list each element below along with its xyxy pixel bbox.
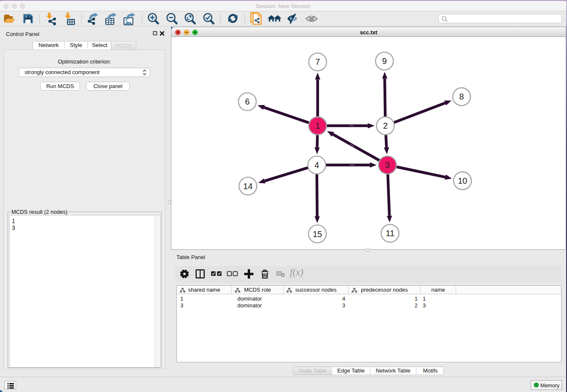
svg-text:1: 1 <box>315 121 320 130</box>
svg-text:3: 3 <box>385 160 390 170</box>
svg-text:4: 4 <box>314 160 319 170</box>
svg-text:7: 7 <box>315 57 320 66</box>
svg-text:11: 11 <box>385 229 394 238</box>
svg-text:10: 10 <box>457 176 467 185</box>
svg-text:6: 6 <box>245 97 249 106</box>
svg-text:9: 9 <box>382 56 387 66</box>
svg-text:15: 15 <box>312 229 322 239</box>
svg-text:14: 14 <box>243 182 252 191</box>
svg-text:8: 8 <box>459 92 464 101</box>
svg-text:2: 2 <box>383 121 388 130</box>
